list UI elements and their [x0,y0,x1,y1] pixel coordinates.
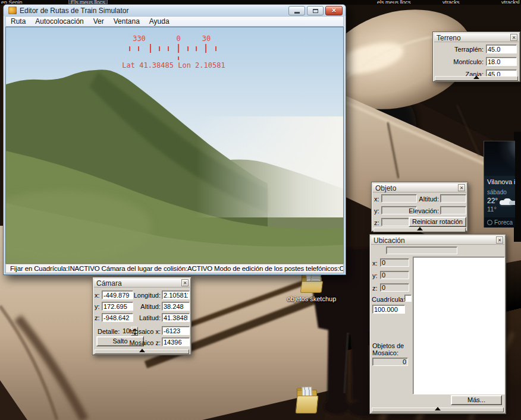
camera-longitud-input[interactable] [162,290,190,299]
minimize-icon [294,12,300,14]
objeto-altitud-input[interactable] [440,194,466,203]
status-bar: Fijar en Cuadrícula:INACTIVO Cámara del … [5,264,344,273]
desktop-icon-folder[interactable] [289,386,325,415]
weather-city: Vilanova i [487,178,515,185]
desktop: en Senin Els meus llocs els meus llocs v… [0,0,521,420]
collapse-handle[interactable] [95,349,189,354]
monticulo-input[interactable] [486,57,517,66]
maximize-button[interactable] [307,6,324,15]
menu-ruta[interactable]: Ruta [6,17,30,26]
palette-ubicacion: Ubicación ✕ x: y: z: Cuadrícula: Objetos… [369,234,506,414]
ubicacion-name-input[interactable] [386,247,457,254]
compass-degree-label: 30 [200,34,213,43]
collapse-arrow-icon [473,75,479,79]
editor-window: Editor de Rutas de Train Simulator ✕ Rut… [3,4,346,275]
minimize-button[interactable] [288,6,305,15]
desktop-icon-label[interactable]: Els meus llocs [69,0,107,4]
camera-latitud-input[interactable] [162,313,190,322]
folder-icon [294,386,319,415]
weather-temp-high: 22° [487,197,498,205]
more-button[interactable]: Más... [451,395,502,405]
weather-credit: Foreca [484,217,515,228]
title-bar[interactable]: Editor de Rutas de Train Simulator ✕ [4,5,346,16]
palette-terreno: Terreno ✕ Terraplén: Montículo: Zanja: [432,31,520,82]
ubicacion-z-input[interactable] [380,283,409,292]
menu-ayuda[interactable]: Ayuda [145,17,174,26]
latlon-readout: Lat 41.38485 Lon 2.10581 [107,61,240,70]
objeto-elevacion-input[interactable] [440,206,466,214]
collapse-arrow-icon [435,407,441,410]
desktop-icon-label[interactable]: vtracks [442,0,460,4]
folder-icon [299,273,324,294]
menu-autocolocacion[interactable]: Autocolocación [30,17,88,26]
tile-objects-count [372,358,408,366]
app-icon [8,7,17,14]
tile-z-input[interactable] [162,337,190,346]
palette-title[interactable]: Objeto ✕ [373,184,466,192]
desktop-icon-objetos-sketchup[interactable]: objetos sketchup [282,273,341,302]
terreno-close-icon[interactable]: ✕ [510,34,517,41]
menu-bar: Ruta Autocolocación Ver Ventana Ayuda [5,16,344,27]
objeto-close-icon[interactable]: ✕ [458,184,465,191]
close-icon: ✕ [331,7,336,14]
ubicacion-x-input[interactable] [380,258,409,267]
weather-temp-low: 11° [487,206,497,213]
window-title: Editor de Rutas de Train Simulator [20,7,288,15]
maximize-icon [313,9,318,13]
desktop-icon-label[interactable]: els meus llocs [377,0,411,4]
collapse-handle[interactable] [372,408,504,412]
desktop-icon-label[interactable]: vtracksl [501,0,520,4]
camara-close-icon[interactable]: ✕ [181,279,189,286]
cuadricula-checkbox[interactable] [404,295,412,302]
icon-label: objetos sketchup [282,295,341,302]
cloud-icon [498,198,515,206]
viewport-3d[interactable]: 330 0 30 Lat 41.38485 Lon 2.10581 [5,27,344,264]
compass-hud: 330 0 30 Lat 41.38485 Lon 2.10581 [6,27,343,99]
palette-title[interactable]: Terreno ✕ [434,33,519,42]
weather-day: sábado [487,189,507,195]
collapse-handle[interactable] [374,228,466,232]
collapse-arrow-icon [139,349,145,352]
weather-night-image [484,141,515,176]
palette-title[interactable]: Ubicación ✕ [371,236,504,245]
menu-ventana[interactable]: Ventana [109,17,145,26]
weather-gadget[interactable]: Vilanova i sábado 22° 11° Foreca [484,141,515,228]
collapse-arrow-icon [417,227,423,230]
camera-altitud-input[interactable] [162,302,190,311]
desktop-icon-label[interactable]: en Senin [1,0,23,4]
palette-camara: Cámara ✕ x: Longitud: y: Altitud: z: Lat… [92,277,192,355]
compass-degree-label: 0 [174,34,183,43]
ubicacion-close-icon[interactable]: ✕ [496,236,503,244]
ubicacion-y-input[interactable] [380,271,409,279]
palette-title[interactable]: Cámara ✕ [94,279,190,288]
palette-objeto: Objeto ✕ x: Altitud: y: Elevación: z: Re… [371,182,468,232]
collapse-handle[interactable] [435,76,518,81]
menu-ver[interactable]: Ver [89,17,109,26]
tile-x-input[interactable] [162,326,190,335]
close-button[interactable]: ✕ [325,6,343,15]
terraplen-input[interactable] [486,45,517,53]
reset-rotation-button[interactable]: Reiniciar rotación [409,217,466,227]
compass-degree-label: 330 [131,34,147,43]
tile-objects-listbox[interactable] [413,257,505,394]
copyright-icon [487,220,492,225]
grid-size-input[interactable] [372,305,405,314]
